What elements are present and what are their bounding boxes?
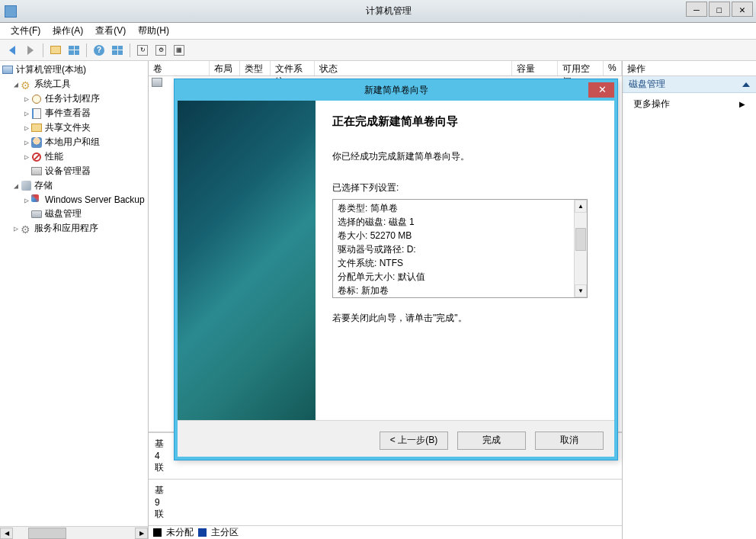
tree-label: 事件查看器 [45, 107, 91, 120]
tree-view[interactable]: 计算机管理(本地) ◢ 系统工具 ▷ 任务计划程序 ▷ 事件查看器 ▷ 共享文件… [0, 61, 148, 526]
wizard-sidebar-image [175, 101, 316, 420]
expand-icon[interactable]: ▷ [12, 224, 20, 233]
scroll-up-button[interactable]: ▲ [575, 200, 587, 213]
collapse-icon[interactable]: ◢ [12, 80, 20, 88]
menu-action[interactable]: 操作(A) [46, 24, 89, 37]
setting-line: 驱动器号或路径: D: [338, 242, 569, 256]
back-button[interactable] [5, 43, 20, 58]
folder-up-button[interactable] [48, 43, 63, 58]
settings-scrollbar[interactable]: ▲ ▼ [574, 200, 587, 297]
expand-icon[interactable]: ▷ [23, 152, 30, 161]
expand-icon[interactable]: ▷ [23, 138, 30, 146]
tree-performance[interactable]: ▷ 性能 [2, 149, 146, 164]
window-title: 计算机管理 [21, 5, 756, 18]
tree-label: 本地用户和组 [45, 136, 100, 149]
scrollbar-track[interactable] [575, 213, 587, 284]
scroll-left-button[interactable]: ◀ [0, 528, 13, 539]
dialog-close-button[interactable]: ✕ [588, 81, 616, 98]
tree-label: Windows Server Backup [45, 194, 145, 205]
tree-label: 性能 [45, 150, 63, 163]
actions-section-label: 磁盘管理 [629, 78, 665, 91]
tree-shared-folders[interactable]: ▷ 共享文件夹 [2, 120, 146, 135]
menu-file[interactable]: 文件(F) [5, 24, 46, 37]
tree-horizontal-scrollbar[interactable]: ◀ ▶ [0, 526, 148, 539]
disk-icon [31, 210, 42, 218]
tree-local-users[interactable]: ▷ 本地用户和组 [2, 135, 146, 149]
wizard-selected-label: 已选择下列设置: [332, 181, 601, 194]
tree-event-viewer[interactable]: ▷ 事件查看器 [2, 106, 146, 120]
expand-icon[interactable]: ▷ [23, 95, 30, 103]
cancel-button[interactable]: 取消 [535, 432, 604, 450]
minimize-button[interactable]: — [686, 2, 707, 17]
setting-line: 卷类型: 简单卷 [338, 201, 569, 215]
expand-icon[interactable]: ▷ [23, 196, 30, 204]
dialog-body: 正在完成新建简单卷向导 你已经成功完成新建简单卷向导。 已选择下列设置: 卷类型… [175, 101, 617, 420]
col-layout[interactable]: 布局 [210, 61, 240, 75]
tree-system-tools[interactable]: ◢ 系统工具 [2, 77, 146, 91]
tree-services-apps[interactable]: ▷ 服务和应用程序 [2, 221, 146, 236]
col-filesystem[interactable]: 文件系统 [271, 61, 315, 75]
wizard-settings-box[interactable]: 卷类型: 简单卷 选择的磁盘: 磁盘 1 卷大小: 52270 MB 驱动器号或… [332, 199, 588, 298]
window-controls: — ☐ ✕ [684, 2, 753, 17]
setting-line: 卷大小: 52270 MB [338, 229, 569, 242]
legend-primary: 主分区 [211, 526, 239, 539]
service-icon [21, 223, 31, 234]
tree-label: 服务和应用程序 [34, 222, 98, 235]
refresh-button[interactable]: ↻ [135, 43, 150, 58]
collapse-icon[interactable]: ◢ [12, 181, 20, 190]
toolbar-separator [86, 43, 87, 57]
setting-line: 分配单元大小: 默认值 [338, 270, 569, 284]
disk-block-1[interactable]: 基 9 联 [149, 479, 622, 525]
view-list-button[interactable] [66, 43, 82, 58]
tree-panel: 计算机管理(本地) ◢ 系统工具 ▷ 任务计划程序 ▷ 事件查看器 ▷ 共享文件… [0, 61, 149, 539]
back-button[interactable]: < 上一步(B) [380, 432, 448, 450]
tree-root[interactable]: 计算机管理(本地) [2, 63, 146, 77]
device-icon [31, 167, 42, 175]
view-button[interactable]: ▦ [171, 43, 187, 58]
properties-button[interactable] [110, 43, 125, 58]
close-button[interactable]: ✕ [732, 2, 753, 17]
actions-more[interactable]: 更多操作 ▶ [623, 93, 756, 115]
expand-icon[interactable]: ▷ [23, 109, 30, 117]
tree-root-label: 计算机管理(本地) [16, 63, 86, 76]
clock-icon [32, 95, 41, 104]
col-volume[interactable]: 卷 [149, 61, 210, 75]
forward-button[interactable] [23, 43, 38, 58]
scroll-right-button[interactable]: ▶ [135, 528, 148, 539]
wizard-heading: 正在完成新建简单卷向导 [332, 114, 601, 129]
wizard-completed-text: 你已经成功完成新建简单卷向导。 [332, 150, 601, 163]
col-status[interactable]: 状态 [315, 61, 512, 75]
settings-button[interactable]: ⚙ [153, 43, 168, 58]
toolbar: ? ↻ ⚙ ▦ [0, 40, 756, 61]
actions-section-disk-management[interactable]: 磁盘管理 [623, 76, 756, 93]
scrollbar-thumb[interactable] [575, 228, 586, 251]
help-button[interactable]: ? [91, 43, 107, 58]
col-free[interactable]: 可用空间 [558, 61, 604, 75]
submenu-arrow-icon: ▶ [739, 100, 745, 108]
disk-text: 基 [155, 484, 616, 497]
col-capacity[interactable]: 容量 [512, 61, 558, 75]
dialog-title-bar[interactable]: 新建简单卷向导 ✕ [175, 79, 617, 101]
finish-button[interactable]: 完成 [457, 432, 526, 450]
scrollbar-thumb[interactable] [28, 528, 66, 539]
actions-more-label: 更多操作 [633, 98, 670, 111]
tree-disk-management[interactable]: 磁盘管理 [2, 207, 146, 221]
tree-device-manager[interactable]: 设备管理器 [2, 164, 146, 178]
legend-swatch-primary [198, 528, 207, 537]
actions-panel: 操作 磁盘管理 更多操作 ▶ [623, 61, 756, 539]
scroll-down-button[interactable]: ▼ [575, 284, 587, 297]
col-type[interactable]: 类型 [240, 61, 271, 75]
legend-unallocated: 未分配 [166, 526, 194, 539]
tree-storage[interactable]: ◢ 存储 [2, 178, 146, 193]
tree-label: 共享文件夹 [45, 121, 91, 134]
performance-icon [32, 152, 41, 162]
new-simple-volume-wizard-dialog: 新建简单卷向导 ✕ 正在完成新建简单卷向导 你已经成功完成新建简单卷向导。 已选… [174, 79, 618, 460]
tree-task-scheduler[interactable]: ▷ 任务计划程序 [2, 91, 146, 106]
maximize-button[interactable]: ☐ [709, 2, 730, 17]
col-percent[interactable]: % [604, 61, 622, 75]
volume-list-header: 卷 布局 类型 文件系统 状态 容量 可用空间 % [149, 61, 622, 76]
expand-icon[interactable]: ▷ [23, 124, 30, 132]
menu-view[interactable]: 查看(V) [89, 24, 132, 37]
tree-wsb[interactable]: ▷ Windows Server Backup [2, 193, 146, 207]
menu-help[interactable]: 帮助(H) [132, 24, 175, 37]
